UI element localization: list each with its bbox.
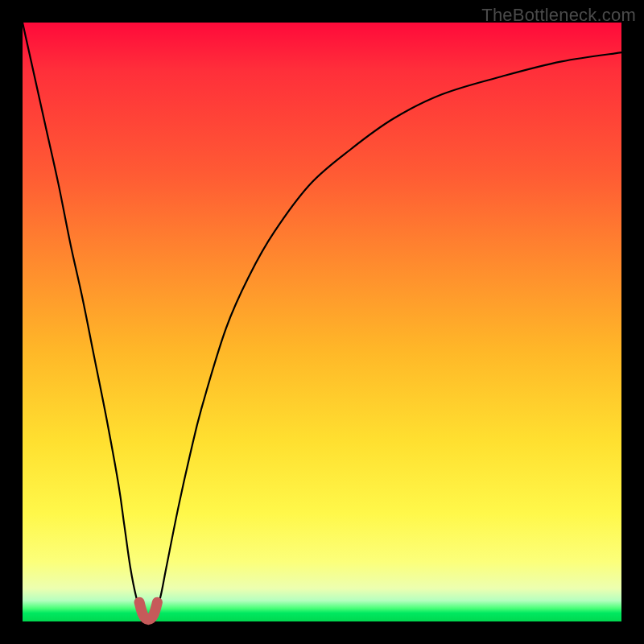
optimal-marker [139,602,157,620]
plot-area [23,23,621,621]
bottleneck-curve [23,23,621,620]
watermark-text: TheBottleneck.com [481,5,636,26]
bottleneck-curve-svg [23,23,621,621]
chart-frame: TheBottleneck.com [0,0,644,644]
